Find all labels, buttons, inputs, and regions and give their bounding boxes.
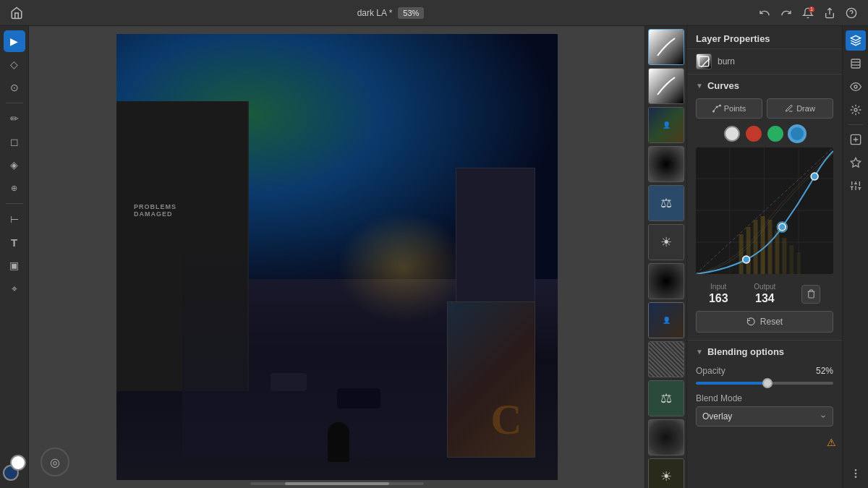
layer-thumb-6[interactable]: ☀ (648, 224, 684, 260)
left-toolbar: ▶ ◇ ⊙ ✏ ◻ ◈ ⊕ ⊢ T ▣ ⌖ (0, 26, 29, 488)
input-value[interactable]: 163 (709, 292, 728, 305)
notifications-button[interactable]: 1 (800, 5, 816, 21)
layer-thumb-2[interactable] (648, 68, 684, 104)
red-channel-button[interactable] (746, 126, 762, 142)
eraser-tool[interactable]: ◻ (4, 131, 25, 153)
points-button[interactable]: Points (696, 98, 762, 119)
opacity-thumb[interactable] (762, 378, 773, 388)
layer-row-10: ↔ ⚖ (648, 380, 684, 416)
clone-tool[interactable]: ⊕ (4, 177, 25, 199)
draw-label: Draw (796, 104, 815, 113)
lasso-tool[interactable]: ⊙ (4, 77, 25, 98)
curves-graph[interactable] (696, 147, 833, 274)
transform-tool[interactable]: ◇ (4, 53, 25, 75)
curves-title: Curves (707, 80, 739, 91)
zoom-level[interactable]: 53% (398, 7, 424, 19)
layer-expand-8[interactable]: ↔ (644, 317, 645, 325)
opacity-value: 52% (816, 366, 833, 376)
layer-thumb-5[interactable]: ⚖ (648, 185, 684, 221)
canvas-area[interactable]: PROBLEMSDAMAGED C ◎ (29, 26, 644, 488)
layer-thumb-inner-8: 👤 (649, 303, 684, 338)
blend-mode-select[interactable]: Overlay (696, 406, 833, 427)
layer-thumb-1[interactable] (648, 29, 684, 65)
opacity-row: Opacity 52% (696, 366, 833, 376)
layer-thumb-7[interactable] (648, 263, 684, 299)
opacity-slider[interactable] (696, 382, 833, 385)
layer-expand-1[interactable]: ↔ (644, 43, 645, 51)
redo-button[interactable] (778, 5, 794, 21)
white-channel-button[interactable] (724, 126, 740, 142)
delete-point-button[interactable] (801, 285, 820, 304)
share-button[interactable] (822, 5, 838, 21)
svg-rect-15 (746, 227, 751, 274)
path-tool[interactable]: ⌖ (4, 278, 25, 299)
layer-expand-12[interactable]: ↔ (644, 473, 645, 481)
layer-expand-10[interactable]: ↔ (644, 395, 645, 403)
layer-thumb-inner-9 (649, 342, 684, 377)
layer-thumb-3[interactable]: 👤 (648, 107, 684, 143)
layer-expand-7[interactable]: ↔ (644, 278, 645, 286)
mask-panel-icon[interactable] (846, 129, 866, 150)
layer-expand-4[interactable]: ↔ (644, 160, 645, 168)
output-value[interactable]: 134 (755, 292, 775, 305)
fill-tool[interactable]: ◈ (4, 154, 25, 176)
smart-panel-icon[interactable] (846, 100, 866, 120)
layer-thumb-11[interactable] (648, 419, 684, 455)
blue-channel-button[interactable] (789, 126, 805, 142)
brush-tool[interactable]: ✏ (4, 108, 25, 129)
crop-tool[interactable]: ⊢ (4, 208, 25, 230)
curves-section-header[interactable]: ▼ Curves (687, 74, 842, 94)
background-color[interactable] (10, 455, 26, 471)
layer-expand-9[interactable]: ↔ (644, 356, 645, 364)
blend-mode-label: Blend Mode (696, 393, 833, 403)
warning-icon[interactable]: ⚠ (827, 437, 836, 448)
help-button[interactable] (843, 5, 859, 21)
layer-thumb-10[interactable]: ⚖ (648, 380, 684, 416)
svg-point-6 (719, 105, 720, 106)
image-tool[interactable]: ▣ (4, 254, 25, 276)
select-tool[interactable]: ▶ (4, 30, 25, 52)
curves-section: ▼ Curves Points (687, 74, 842, 340)
layer-expand-11[interactable]: ↔ (644, 434, 645, 442)
adjust-panel-icon[interactable] (846, 176, 866, 196)
reset-button[interactable]: Reset (696, 311, 833, 333)
draw-button[interactable]: Draw (767, 98, 833, 119)
mode-row: Points Draw (687, 94, 842, 123)
layer-thumb-inner-2 (649, 69, 684, 103)
horizontal-scrollbar[interactable] (250, 482, 424, 485)
layer-thumb-inner-3: 👤 (649, 108, 684, 142)
layer-thumb-inner-10: ⚖ (649, 381, 684, 416)
points-label: Points (724, 104, 746, 113)
blend-row: burn (687, 49, 842, 74)
layer-expand-2[interactable]: ↔ (644, 82, 645, 90)
layers-panel-icon[interactable] (846, 30, 866, 51)
text-tool[interactable]: T (4, 231, 25, 253)
svg-rect-16 (754, 220, 758, 274)
layer-thumb-9[interactable] (648, 341, 684, 377)
layer-expand-3[interactable]: ↔ (644, 121, 645, 129)
layer-comp-panel-icon[interactable] (846, 53, 866, 74)
panel-icon-separator (848, 124, 863, 125)
svg-point-4 (712, 111, 714, 112)
layer-thumb-4[interactable] (648, 146, 684, 182)
layer-thumb-12[interactable]: ☀ (648, 458, 684, 488)
layer-expand-5[interactable]: ↔ (644, 200, 645, 207)
home-button[interactable] (9, 5, 25, 21)
layer-thumb-inner-7 (649, 264, 684, 299)
layer-row-11: ↔ (648, 419, 684, 455)
layer-thumb-inner-5: ⚖ (649, 186, 684, 221)
green-channel-button[interactable] (767, 126, 783, 142)
undo-button[interactable] (757, 5, 773, 21)
svg-point-23 (743, 256, 750, 263)
layer-row-1: ↔ (648, 29, 684, 65)
right-panel: Layer Properties burn ▼ Curves (686, 26, 842, 488)
layer-thumb-8[interactable]: 👤 (648, 302, 684, 338)
visibility-panel-icon[interactable] (846, 77, 866, 97)
layer-expand-6[interactable]: ↔ (644, 239, 645, 247)
blending-section-header[interactable]: ▼ Blending options (687, 341, 842, 360)
curves-svg (696, 147, 833, 274)
more-panel-icon[interactable] (846, 463, 866, 484)
scrollbar-thumb (285, 482, 389, 485)
fx-panel-icon[interactable] (846, 153, 866, 173)
layer-thumb-inner-1 (649, 30, 684, 64)
